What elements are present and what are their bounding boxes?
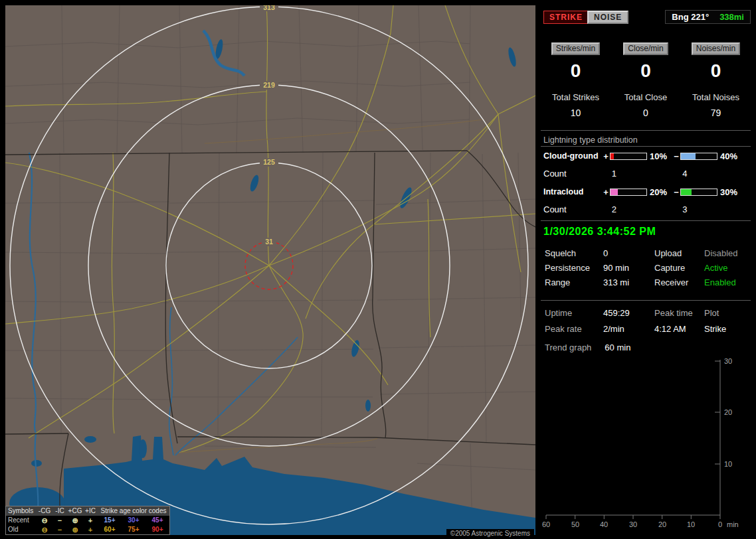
ring-label-31: 31: [265, 238, 273, 246]
ic-count-label: Count: [543, 204, 609, 214]
plus-polarity-sign: +: [602, 187, 610, 197]
legend-header-symbols: Symbols: [6, 506, 37, 516]
age-75: 75+: [122, 525, 145, 534]
ring-label-125: 125: [263, 158, 275, 166]
total-strikes-label: Total Strikes: [541, 92, 611, 102]
upload-value: Disabled: [704, 248, 749, 258]
ic-positive-count: 2: [609, 204, 680, 214]
legend-row-recent-label: Recent: [6, 516, 37, 525]
plus-polarity-sign: +: [602, 151, 610, 161]
ic-negative-count: 3: [680, 204, 751, 214]
age-45: 45+: [145, 516, 169, 525]
intracloud-label: Intracloud: [543, 187, 602, 196]
cloud-ground-label: Cloud-ground: [543, 151, 602, 161]
close-per-min-button[interactable]: Close/min: [623, 42, 668, 55]
bearing-label: Bng 221°: [672, 12, 709, 22]
legend-header-nic: -IC: [52, 506, 67, 516]
status-grid: Squelch 0 Upload Disabled Persistence 90…: [545, 248, 749, 287]
plot-value: Strike: [704, 324, 749, 334]
xaxis-unit: min: [727, 520, 743, 528]
squelch-value: 0: [603, 248, 654, 258]
age-90: 90+: [145, 525, 169, 534]
old-pos-ic-icon: +: [83, 525, 98, 534]
total-close-label: Total Close: [611, 92, 681, 102]
cg-negative-pct: 40%: [720, 151, 743, 161]
age-30: 30+: [122, 516, 145, 525]
minus-polarity-sign: −: [672, 151, 680, 161]
xtick-50: 50: [567, 520, 583, 528]
bearing-distance: 338mi: [719, 12, 744, 22]
plot-label: Plot: [704, 308, 749, 318]
total-strikes-value: 10: [541, 108, 611, 118]
range-label: Range: [545, 277, 603, 287]
uptime-label: Uptime: [545, 308, 603, 318]
ring-label-219: 219: [263, 81, 275, 89]
trend-graph-row: Trend graph 60 min: [545, 343, 630, 352]
receiver-label: Receiver: [654, 277, 704, 287]
range-value: 313 mi: [603, 277, 654, 287]
map-legend: Symbols -CG -IC +CG +IC Strike age color…: [5, 506, 170, 535]
noises-rate-column: Noises/min 0 Total Noises 79: [681, 42, 751, 118]
persistence-value: 90 min: [603, 263, 654, 273]
ic-negative-bar-fill: [681, 189, 692, 195]
peak-time-value: 4:12 AM: [654, 324, 704, 334]
cg-positive-pct: 10%: [650, 151, 672, 161]
datetime-display: 1/30/2026 3:44:52 PM: [543, 226, 656, 238]
recent-pos-cg-icon: ⊕: [67, 516, 83, 525]
ic-positive-bar: [610, 189, 647, 196]
receiver-value: Enabled: [704, 277, 749, 287]
strikes-per-min-value: 0: [541, 60, 611, 82]
total-noises-value: 79: [681, 108, 751, 118]
strikes-per-min-button[interactable]: Strikes/min: [551, 42, 600, 55]
old-pos-cg-icon: ⊕: [67, 525, 83, 534]
age-15: 15+: [98, 516, 122, 525]
cg-negative-bar: [680, 153, 717, 160]
total-close-value: 0: [611, 108, 681, 118]
noises-per-min-value: 0: [681, 60, 751, 82]
legend-row-old-label: Old: [6, 525, 37, 534]
minus-polarity-sign: −: [672, 187, 680, 197]
trend-graph: 30 20 10 60 50 40 30 20 10 0 min: [541, 356, 751, 532]
strike-button[interactable]: STRIKE: [543, 11, 589, 24]
app-window: 313 219 125 31 Symbols -CG -IC +CG +IC S…: [0, 0, 756, 539]
intracloud-count-row: Count 2 3: [543, 204, 751, 214]
legend-header-pcg: +CG: [67, 506, 83, 516]
old-neg-cg-icon: ⊖: [37, 525, 52, 534]
ytick-20: 20: [724, 408, 740, 416]
close-rate-column: Close/min 0 Total Close 0: [611, 42, 681, 118]
cg-negative-bar-fill: [681, 153, 696, 159]
upload-label: Upload: [654, 248, 704, 258]
xtick-0: 0: [712, 520, 728, 528]
squelch-label: Squelch: [545, 248, 603, 258]
ytick-30: 30: [724, 357, 740, 365]
xtick-20: 20: [654, 520, 670, 528]
ic-positive-bar-fill: [611, 189, 618, 195]
legend-header-ages: Strike age color codes: [98, 506, 169, 516]
age-60: 60+: [98, 525, 122, 534]
peak-time-label: Peak time: [654, 308, 704, 318]
cloud-ground-count-row: Count 1 4: [543, 169, 751, 178]
noise-button[interactable]: NOISE: [587, 11, 628, 24]
cg-count-label: Count: [543, 169, 609, 179]
recent-neg-cg-icon: ⊖: [37, 516, 52, 525]
trend-graph-value: 60 min: [605, 343, 630, 352]
map-canvas[interactable]: 313 219 125 31: [5, 5, 535, 535]
trend-graph-label: Trend graph: [545, 343, 591, 352]
persistence-label: Persistence: [545, 263, 603, 273]
close-per-min-value: 0: [611, 60, 681, 82]
capture-label: Capture: [654, 263, 704, 273]
legend-header-pic: +IC: [83, 506, 98, 516]
lightning-map[interactable]: 313 219 125 31 Symbols -CG -IC +CG +IC S…: [5, 5, 535, 535]
xtick-10: 10: [683, 520, 699, 528]
legend-header-ncg: -CG: [37, 506, 52, 516]
ic-positive-pct: 20%: [650, 187, 672, 197]
noises-per-min-button[interactable]: Noises/min: [692, 42, 740, 55]
status-panel: STRIKE NOISE Bng 221° 338mi Strikes/min …: [541, 5, 751, 535]
cg-positive-bar: [610, 153, 647, 160]
total-noises-label: Total Noises: [681, 92, 751, 102]
ring-label-313: 313: [263, 5, 275, 11]
cg-positive-count: 1: [609, 169, 680, 179]
xtick-30: 30: [625, 520, 641, 528]
distribution-heading: Lightning type distribution: [543, 135, 638, 145]
recent-pos-ic-icon: +: [83, 516, 98, 525]
